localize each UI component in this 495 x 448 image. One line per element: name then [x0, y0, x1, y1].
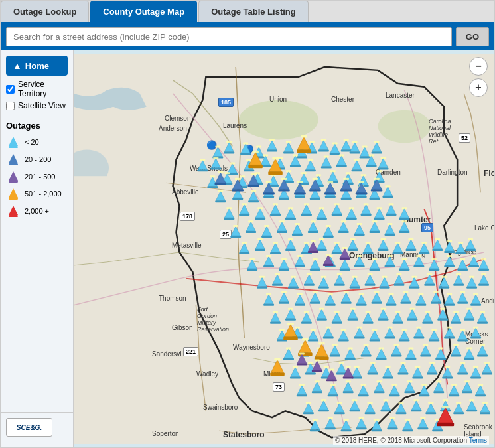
tab-outage-table-listing[interactable]: Outage Table Listing	[198, 1, 309, 22]
city-chester: Chester	[331, 96, 354, 103]
legend-item-2000plus: 2,000 +	[6, 204, 68, 218]
tab-bar: Outage Lookup County Outage Map Outage T…	[1, 1, 494, 23]
svg-point-2	[239, 100, 318, 140]
legend-range-501-2000: 501 - 2,000	[25, 190, 62, 198]
city-millen: Millen	[263, 370, 281, 378]
city-gibson: Gibson	[172, 324, 193, 331]
legend-item-lt20: < 20	[6, 135, 68, 149]
city-union: Union	[269, 96, 287, 103]
sceg-logo-image: SCE&G.	[6, 418, 52, 437]
city-clemson: Clemson	[165, 115, 190, 122]
legend-item-501-2000: 501 - 2,000	[6, 187, 68, 201]
home-icon: ▲	[13, 60, 22, 71]
road-185: 185	[218, 98, 234, 107]
home-label: Home	[25, 61, 49, 71]
road-221: 221	[183, 347, 198, 356]
cone-marker[interactable]: 🔵	[245, 145, 254, 153]
legend-range-20-200: 20 - 200	[25, 155, 51, 163]
city-kingstree: Kingstree	[448, 248, 476, 256]
map-background: Clemson Anderson Laurens Union Chester L…	[74, 50, 494, 447]
road-52: 52	[459, 133, 470, 143]
home-button[interactable]: ▲ Home	[6, 56, 68, 76]
service-territory-label: Service Territory	[18, 80, 68, 98]
legend-range-201-500: 201 - 500	[25, 173, 55, 181]
city-moncks-corner: MoncksCorner	[465, 331, 488, 345]
city-abbeville: Abbeville	[172, 188, 199, 196]
legend-cone-orange	[6, 187, 21, 201]
app-container: Outage Lookup County Outage Map Outage T…	[0, 0, 495, 448]
city-swainsboro: Swainsboro	[203, 404, 238, 411]
road-25: 25	[220, 230, 232, 239]
legend-range-lt20: < 20	[25, 138, 39, 146]
city-darlington: Darlington	[437, 169, 468, 176]
road-178: 178	[180, 212, 195, 221]
city-metasville: Metasville	[172, 242, 201, 249]
city-orangeburg: Orangeburg	[349, 251, 395, 260]
city-carolina-wildlife: CarolinaNationalWildlifeRef.	[429, 118, 451, 145]
legend: Outages < 20 20 - 200	[1, 121, 73, 221]
service-territory-checkbox[interactable]: Service Territory	[6, 80, 68, 98]
search-bar: GO	[1, 23, 494, 50]
sidebar: ▲ Home Service Territory Satellite View …	[1, 50, 74, 447]
road-95: 95	[421, 223, 433, 232]
legend-title: Outages	[6, 121, 68, 131]
map-copyright: © 2018 HERE, © 2018 Microsoft Corporatio…	[333, 436, 489, 445]
tab-county-outage-map[interactable]: County Outage Map	[90, 1, 197, 22]
legend-cone-red	[6, 204, 21, 218]
city-laurens: Laurens	[223, 122, 247, 129]
tab-outage-lookup[interactable]: Outage Lookup	[1, 1, 89, 22]
service-territory-input[interactable]	[6, 85, 15, 94]
city-fort-gordon: FortGordonMilitaryReservation	[197, 306, 229, 333]
city-manning: Manning	[400, 251, 425, 258]
satellite-view-label: Satellite View	[18, 101, 66, 110]
sidebar-logo: SCE&G.	[1, 412, 73, 442]
legend-cone-blue	[6, 135, 21, 149]
city-statesboro: Statesboro	[223, 430, 265, 439]
city-lake-city: Lake City	[474, 224, 494, 232]
terms-link[interactable]: Terms	[469, 437, 487, 444]
city-ware-shoals: Ware Shoals	[190, 165, 228, 172]
legend-range-2000plus: 2,000 +	[25, 207, 49, 215]
main-content: ▲ Home Service Territory Satellite View …	[1, 50, 494, 447]
city-camden: Camden	[376, 169, 401, 176]
sceg-logo-text: SCE&G.	[17, 424, 42, 431]
legend-cone-purple	[6, 169, 21, 184]
legend-item-20-200: 20 - 200	[6, 152, 68, 167]
legend-cone-darkblue	[6, 152, 21, 167]
zoom-in-button[interactable]: +	[469, 78, 488, 97]
cone-marker[interactable]: 🔵	[206, 140, 217, 150]
search-input[interactable]	[6, 27, 452, 46]
checkbox-group: Service Territory Satellite View	[1, 80, 73, 113]
city-wadley: Wadley	[196, 370, 218, 378]
city-florence: Florence	[484, 169, 494, 178]
road-73: 73	[273, 382, 285, 392]
city-soperton: Soperton	[152, 430, 179, 437]
svg-point-3	[378, 110, 431, 143]
zoom-out-button[interactable]: −	[469, 57, 488, 76]
copyright-text: © 2018 HERE, © 2018 Microsoft Corporatio…	[335, 437, 467, 444]
map-controls: − +	[469, 57, 488, 97]
city-waynesboro: Waynesboro	[233, 344, 270, 351]
satellite-view-input[interactable]	[6, 102, 15, 110]
satellite-view-checkbox[interactable]: Satellite View	[6, 101, 68, 110]
legend-item-201-500: 201 - 500	[6, 169, 68, 184]
city-lancaster: Lancaster	[386, 92, 415, 99]
map-area[interactable]: Clemson Anderson Laurens Union Chester L…	[74, 50, 494, 447]
city-thomson: Thomson	[159, 295, 186, 302]
city-andrews: Andrews	[481, 297, 494, 305]
go-button[interactable]: GO	[456, 27, 489, 46]
city-anderson: Anderson	[159, 125, 187, 132]
